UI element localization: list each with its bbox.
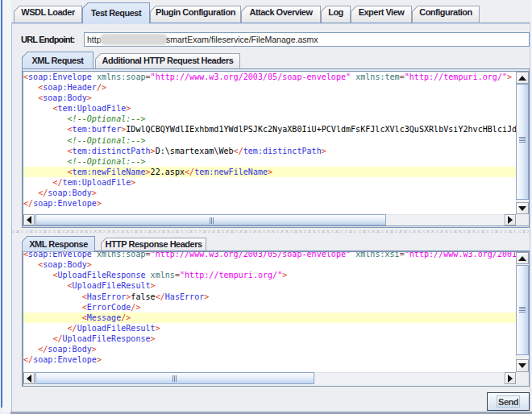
tab-label: HTTP Response Headers [101,239,206,249]
code-line: <!--Optional:--> [23,135,516,146]
request-scroll-down-button[interactable] [516,202,529,214]
code-line: <UploadFileResponse xmlns="http://tempur… [23,270,516,280]
send-button[interactable]: Send [487,392,530,411]
window-left-margin [2,0,11,412]
tab-label: XML Response [22,239,95,249]
response-scroll-up-button[interactable] [516,252,529,264]
request-hscrollbar-thumb[interactable] [35,214,386,226]
code-line: <soap:Header/> [23,82,516,93]
scrollbar-corner [516,372,529,386]
scroll-up-icon [518,76,526,81]
code-line: <soap:Body> [23,259,516,270]
code-line: <tem:UploadFile> [23,103,516,114]
code-line: </UploadFileResponse> [23,333,516,344]
request-tab-additional-http-request-headers[interactable]: Additional HTTP Request Headers [95,53,240,68]
tab-label: Log [321,7,351,17]
response-hscrollbar-thumb[interactable] [35,372,314,384]
request-scroll-left-button[interactable] [23,214,35,226]
response-xml-editor[interactable]: <soap:Envelope xmlns:soap="http://www.w3… [23,252,516,372]
tab-label: Attack Overview [241,7,321,17]
thumb-grip-icon [172,375,173,382]
code-line: <ErrorCode/> [23,302,516,313]
scroll-up-icon [518,256,526,261]
main-tab-configuration[interactable]: Configuration [412,6,480,23]
code-line: <UploadFileResult> [23,280,516,291]
tab-label: Additional HTTP Request Headers [95,56,240,65]
scroll-down-icon [518,363,526,368]
scrollbar-corner [516,214,529,226]
tab-label: Plugin Configuration [150,7,241,17]
code-line: </soap:Body> [23,188,516,198]
code-line: </tem:UploadFile> [23,177,516,188]
code-line: <tem:distinctPath>D:\smartexam\Web</tem:… [23,146,516,156]
response-scroll-right-button[interactable] [505,372,516,384]
response-tab-xml-response[interactable]: XML Response [22,236,95,252]
code-line: </soap:Body> [23,344,516,354]
response-scroll-down-button[interactable] [516,359,529,372]
thumb-grip-icon [210,217,210,224]
thumb-grip-icon [519,137,526,138]
response-vscrollbar-thumb[interactable] [516,265,529,355]
code-line: </soap:Envelope> [23,354,516,365]
scroll-down-icon [518,206,526,211]
request-scroll-up-button[interactable] [516,72,529,84]
code-line: </UploadFileResult> [23,323,516,333]
code-line: <soap:Body> [23,93,516,103]
response-tab-http-response-headers[interactable]: HTTP Response Headers [101,238,206,252]
request-vscrollbar-thumb[interactable] [516,84,529,200]
code-line: <!--Optional:--> [23,156,516,167]
main-tab-log[interactable]: Log [321,6,351,23]
split-pane-divider[interactable] [12,230,530,234]
main-tab-attack-overview[interactable]: Attack Overview [241,6,321,23]
scroll-right-icon [508,216,513,224]
url-redaction-blur [100,34,168,45]
request-scroll-right-button[interactable] [505,214,516,226]
scroll-left-icon [27,216,31,224]
main-tab-test-request[interactable]: Test Request [82,2,150,23]
tab-label: WSDL Loader [14,7,82,17]
tab-label: Test Request [82,8,150,18]
url-endpoint-input[interactable]: http:// smartExam/fileservice/FileManage… [84,32,530,47]
scroll-left-icon [27,375,31,383]
main-tab-wsdl-loader[interactable]: WSDL Loader [14,6,82,23]
code-line: <!--Optional:--> [23,114,516,124]
code-line: <HasError>false</HasError> [23,292,516,302]
code-line: <soap:Envelope xmlns:soap="http://www.w3… [23,252,516,259]
code-line: </soap:Envelope> [23,198,516,209]
code-line: <tem:buffer>IDwlQCBQYWdlIExhbmd1YWdlPSJK… [23,124,516,135]
code-line: <soap:Envelope xmlns:soap="http://www.w3… [23,72,516,82]
main-tab-expert-view[interactable]: Expert View [351,6,412,23]
highlighted-code-line: <Message/> [23,313,516,323]
tab-label: Configuration [412,7,480,17]
highlighted-code-line: <tem:newFileName>22.aspx</tem:newFileNam… [23,167,516,177]
scroll-right-icon [508,375,513,383]
tab-label: XML Request [22,56,94,65]
request-tab-xml-request[interactable]: XML Request [22,52,94,68]
response-scroll-left-button[interactable] [23,372,35,384]
url-path-text: smartExam/fileservice/FileManage.asmx [166,35,318,44]
tab-label: Expert View [351,7,412,17]
url-endpoint-label: URL Endpoint: [21,32,74,47]
thumb-grip-icon [519,307,526,308]
request-xml-editor[interactable]: <soap:Envelope xmlns:soap="http://www.w3… [23,72,516,214]
main-tab-plugin-configuration[interactable]: Plugin Configuration [150,6,241,23]
